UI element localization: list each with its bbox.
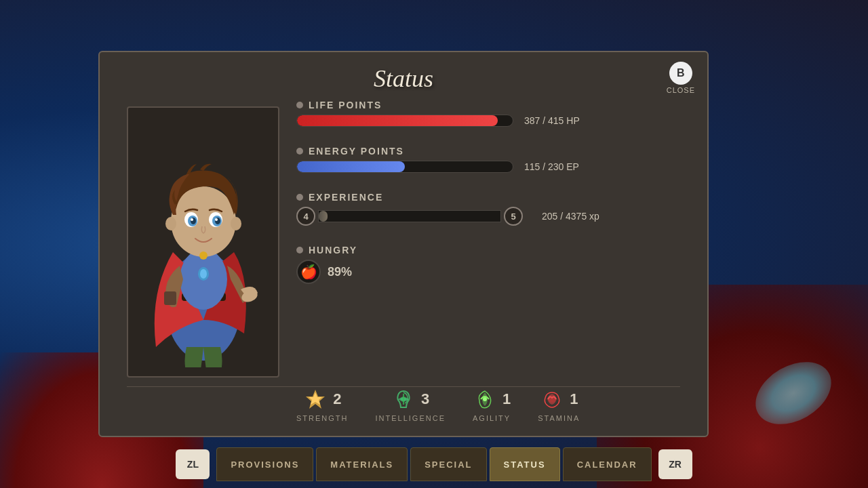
energy-points-fill xyxy=(297,161,405,172)
current-level-badge: 4 xyxy=(296,207,315,226)
attributes-row: 2 STRENGTH 3 INTELLIGENCE xyxy=(296,387,680,422)
stamina-icon xyxy=(540,387,564,411)
stamina-stat: 1 STAMINA xyxy=(538,387,580,422)
energy-points-dot xyxy=(296,148,303,155)
tab-calendar[interactable]: CALENDAR xyxy=(563,447,652,481)
energy-points-row: ENERGY POINTS 115 / 230 EP xyxy=(296,146,680,173)
life-points-value: 387 / 415 HP xyxy=(524,115,580,126)
character-illustration xyxy=(136,117,271,367)
apple-icon: 🍎 xyxy=(296,260,321,284)
strength-value: 2 xyxy=(333,390,341,408)
character-portrait xyxy=(127,106,279,378)
next-level-badge: 5 xyxy=(504,207,523,226)
tab-materials[interactable]: MATERIALS xyxy=(316,447,408,481)
strength-label: STRENGTH xyxy=(296,414,349,422)
life-points-fill xyxy=(297,115,498,126)
close-button[interactable]: B CLOSE xyxy=(667,62,695,94)
tab-provisions[interactable]: PROVISIONS xyxy=(216,447,313,481)
tab-status[interactable]: STATUS xyxy=(490,447,560,481)
close-button-key: B xyxy=(669,62,692,85)
intelligence-stat: 3 INTELLIGENCE xyxy=(376,387,446,422)
life-points-track xyxy=(296,115,513,127)
nav-zl-button[interactable]: ZL xyxy=(176,449,210,479)
tab-bar: ZL PROVISIONS MATERIALS SPECIAL STATUS C… xyxy=(0,441,868,488)
hungry-value: 89% xyxy=(328,265,352,279)
life-points-label: LIFE POINTS xyxy=(309,100,382,110)
svg-point-16 xyxy=(199,251,208,260)
status-panel: Status B CLOSE xyxy=(98,51,709,437)
agility-label: AGILITY xyxy=(473,414,511,422)
agility-value: 1 xyxy=(502,390,511,408)
experience-fill xyxy=(319,211,328,222)
energy-points-label: ENERGY POINTS xyxy=(309,146,404,157)
strength-icon xyxy=(303,387,328,411)
intelligence-label: INTELLIGENCE xyxy=(376,414,446,422)
tab-special[interactable]: SPECIAL xyxy=(410,447,486,481)
experience-value: 205 / 4375 xp xyxy=(542,211,599,222)
svg-point-12 xyxy=(191,218,193,221)
experience-dot xyxy=(296,194,303,201)
experience-row: EXPERIENCE 4 5 205 / 4375 xp xyxy=(296,192,680,226)
agility-stat: 1 AGILITY xyxy=(473,387,511,422)
life-points-dot xyxy=(296,102,303,108)
svg-point-23 xyxy=(483,397,487,401)
hungry-label: HUNGRY xyxy=(309,245,357,256)
experience-track xyxy=(318,210,501,222)
svg-rect-17 xyxy=(164,291,176,305)
close-button-label: CLOSE xyxy=(667,86,695,94)
panel-title: Status xyxy=(100,52,707,100)
stamina-value: 1 xyxy=(570,390,578,408)
svg-point-15 xyxy=(231,217,241,230)
hungry-row: HUNGRY 🍎 89% xyxy=(296,245,680,284)
svg-point-19 xyxy=(200,269,207,279)
stats-area: LIFE POINTS 387 / 415 HP ENERGY POINTS 1… xyxy=(296,100,680,388)
energy-points-value: 115 / 230 EP xyxy=(524,161,579,172)
nav-zr-button[interactable]: ZR xyxy=(658,449,692,479)
intelligence-icon xyxy=(391,387,416,411)
svg-point-14 xyxy=(165,217,176,230)
life-points-row: LIFE POINTS 387 / 415 HP xyxy=(296,100,680,127)
agility-icon xyxy=(473,387,497,411)
experience-label: EXPERIENCE xyxy=(309,192,383,203)
energy-points-track xyxy=(296,161,513,173)
hungry-dot xyxy=(296,247,303,253)
intelligence-value: 3 xyxy=(421,390,429,408)
strength-stat: 2 STRENGTH xyxy=(296,387,349,422)
stamina-label: STAMINA xyxy=(538,414,580,422)
svg-point-13 xyxy=(215,218,218,221)
